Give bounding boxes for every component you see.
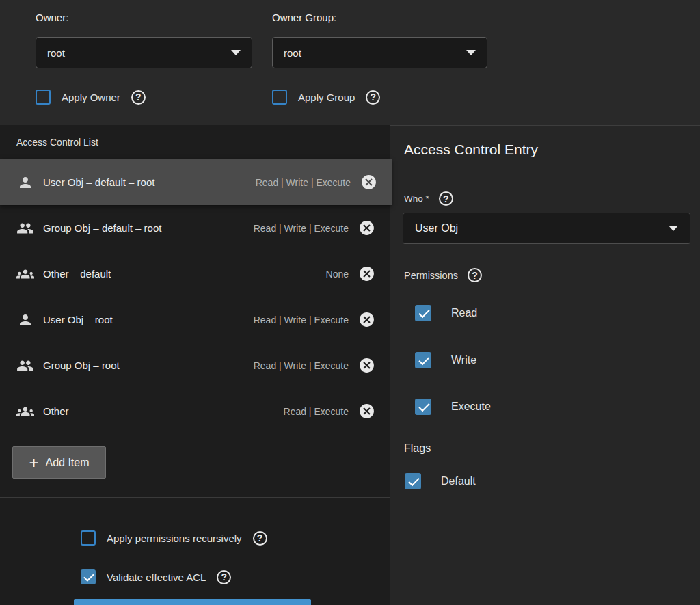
- owner-label: Owner:: [36, 12, 68, 23]
- remove-entry-icon[interactable]: [358, 357, 375, 374]
- remove-entry-icon[interactable]: [358, 219, 375, 237]
- who-select[interactable]: User Obj: [403, 213, 690, 244]
- help-icon[interactable]: ?: [253, 531, 267, 546]
- acl-list-panel: Access Control List User Obj – default –…: [0, 125, 390, 605]
- owner-group-select[interactable]: root: [272, 37, 487, 68]
- validate-acl-row: Validate effective ACL ?: [81, 569, 231, 584]
- save-acl-button[interactable]: [74, 599, 311, 605]
- default-flag-checkbox[interactable]: [405, 473, 421, 489]
- plus-icon: +: [29, 455, 38, 471]
- acl-row-user-obj-default[interactable]: User Obj – default – root Read | Write |…: [0, 159, 392, 205]
- divider: [0, 497, 390, 498]
- chevron-down-icon: [669, 226, 678, 231]
- apply-recursively-checkbox[interactable]: [81, 530, 96, 546]
- apply-group-row: Apply Group ?: [272, 90, 380, 105]
- acl-row-label: Other: [43, 405, 69, 417]
- acl-row-label: Other – default: [43, 268, 111, 280]
- remove-entry-icon[interactable]: [358, 265, 375, 282]
- write-label: Write: [451, 354, 476, 366]
- people-icon: [16, 219, 34, 237]
- apply-recursively-row: Apply permissions recursively ?: [81, 530, 267, 546]
- owner-group-label: Owner Group:: [272, 12, 336, 23]
- acl-row-label: User Obj – default – root: [43, 176, 154, 188]
- remove-entry-icon[interactable]: [358, 311, 375, 328]
- acl-row-permissions: Read | Write | Execute: [254, 360, 349, 371]
- help-icon[interactable]: ?: [131, 90, 146, 105]
- permissions-label-row: Permissions ?: [404, 268, 482, 282]
- groups-icon: [16, 402, 34, 421]
- person-icon: [16, 312, 34, 328]
- acl-row-group-obj[interactable]: Group Obj – root Read | Write | Execute: [0, 342, 390, 388]
- who-select-value: User Obj: [415, 222, 458, 234]
- execute-label: Execute: [451, 401, 491, 413]
- execute-checkbox[interactable]: [415, 399, 431, 415]
- entry-panel-title: Access Control Entry: [404, 142, 538, 158]
- acl-row-permissions: Read | Write | Execute: [254, 314, 349, 325]
- write-checkbox[interactable]: [415, 352, 431, 368]
- chevron-down-icon: [466, 50, 476, 55]
- acl-editor-page: Owner: root Apply Owner ? Owner Group: r…: [0, 0, 700, 605]
- people-icon: [16, 357, 34, 375]
- add-item-label: Add Item: [45, 457, 89, 469]
- validate-acl-label: Validate effective ACL: [107, 572, 206, 583]
- owner-select-value: root: [47, 47, 65, 59]
- default-flag-label: Default: [441, 475, 476, 487]
- owner-section: Owner: root Apply Owner ? Owner Group: r…: [0, 0, 700, 125]
- acl-row-permissions: Read | Write | Execute: [256, 177, 351, 188]
- access-control-entry-panel: Access Control Entry Who * ? User Obj Pe…: [390, 125, 700, 605]
- acl-row-permissions: None: [326, 269, 349, 280]
- apply-recursively-label: Apply permissions recursively: [107, 533, 242, 544]
- validate-acl-checkbox[interactable]: [81, 569, 96, 584]
- apply-owner-checkbox[interactable]: [36, 90, 51, 105]
- acl-row-other[interactable]: Other Read | Execute: [0, 388, 390, 434]
- permissions-label: Permissions: [404, 270, 458, 281]
- groups-icon: [16, 265, 34, 284]
- flags-label: Flags: [404, 442, 431, 455]
- owner-group-select-value: root: [284, 47, 301, 59]
- permission-execute-row: Execute: [415, 399, 491, 415]
- help-icon[interactable]: ?: [468, 268, 482, 282]
- acl-row-label: Group Obj – default – root: [43, 222, 161, 234]
- remove-entry-icon[interactable]: [358, 403, 375, 420]
- remove-entry-icon[interactable]: [360, 174, 377, 191]
- read-label: Read: [451, 307, 477, 319]
- help-icon[interactable]: ?: [217, 570, 231, 584]
- who-field-label-row: Who * ?: [404, 191, 453, 206]
- apply-owner-row: Apply Owner ?: [36, 90, 146, 105]
- acl-row-label: User Obj – root: [43, 314, 113, 325]
- acl-row-other-default[interactable]: Other – default None: [0, 251, 390, 297]
- flag-default-row: Default: [405, 473, 476, 489]
- who-label: Who *: [404, 193, 429, 204]
- acl-list-title: Access Control List: [0, 125, 390, 159]
- add-item-button[interactable]: + Add Item: [12, 446, 106, 479]
- owner-select[interactable]: root: [36, 37, 252, 68]
- read-checkbox[interactable]: [415, 305, 431, 321]
- acl-row-permissions: Read | Write | Execute: [254, 223, 349, 234]
- apply-group-checkbox[interactable]: [272, 90, 287, 105]
- apply-group-label: Apply Group: [298, 92, 355, 103]
- chevron-down-icon: [231, 50, 241, 55]
- acl-row-user-obj[interactable]: User Obj – root Read | Write | Execute: [0, 297, 390, 342]
- apply-owner-label: Apply Owner: [62, 92, 120, 103]
- permission-write-row: Write: [415, 352, 476, 368]
- acl-row-permissions: Read | Execute: [284, 406, 349, 417]
- acl-row-label: Group Obj – root: [43, 360, 120, 371]
- help-icon[interactable]: ?: [366, 90, 380, 105]
- acl-row-group-obj-default[interactable]: Group Obj – default – root Read | Write …: [0, 205, 390, 251]
- person-icon: [16, 174, 34, 191]
- permission-read-row: Read: [415, 305, 477, 321]
- help-icon[interactable]: ?: [439, 191, 453, 206]
